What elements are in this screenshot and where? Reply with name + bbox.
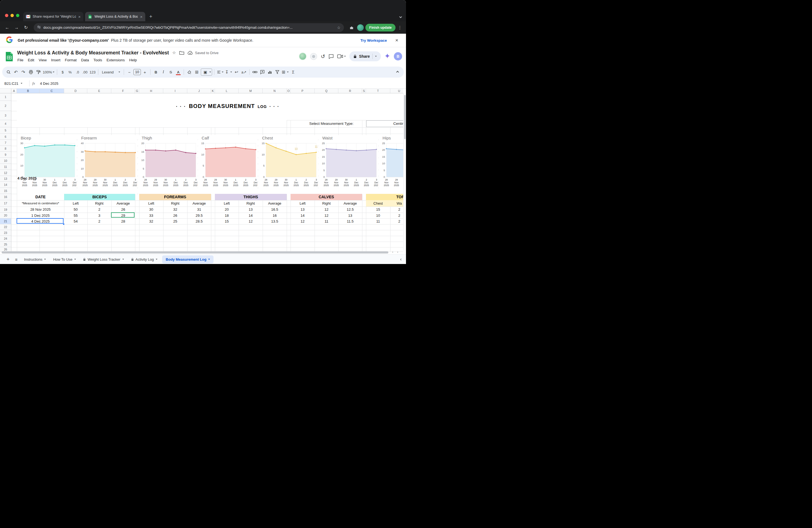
chart-thigh[interactable]: 0510152028Nov202529Nov202530Nov20251Dec2… xyxy=(138,135,198,194)
menu-insert[interactable]: Insert xyxy=(49,58,63,62)
value-cell[interactable]: 32 xyxy=(163,207,187,212)
banner-close-icon[interactable]: × xyxy=(395,37,398,43)
column-header-T[interactable]: T xyxy=(366,89,390,93)
date-header[interactable]: DATE xyxy=(17,194,64,200)
vertical-scrollbar[interactable] xyxy=(403,93,406,250)
fill-color-icon[interactable] xyxy=(186,69,193,76)
create-filter-icon[interactable] xyxy=(274,69,281,76)
value-cell[interactable]: 28 xyxy=(111,218,135,224)
column-header-C[interactable]: C xyxy=(40,89,64,93)
group-header-torso[interactable]: TOR xyxy=(366,194,403,200)
value-cell[interactable]: 11.5 xyxy=(338,218,362,224)
browser-menu-icon[interactable]: ⋮ xyxy=(397,25,403,30)
strikethrough-icon[interactable]: S xyxy=(168,69,174,76)
sheet-tab-how-to-use[interactable]: How To Use xyxy=(49,254,79,264)
row-header-7[interactable]: 7 xyxy=(0,140,11,146)
sheet-tab-instructions[interactable]: Instructions xyxy=(20,254,49,264)
menu-help[interactable]: Help xyxy=(127,58,139,62)
menu-view[interactable]: View xyxy=(37,58,49,62)
column-header-G[interactable]: G xyxy=(135,89,139,93)
value-cell[interactable]: 12 xyxy=(291,218,315,224)
value-cell[interactable]: 13 xyxy=(338,212,362,218)
subheader-left[interactable]: Left xyxy=(64,200,87,207)
merge-cells-button[interactable]: ▣ xyxy=(201,69,212,76)
value-cell[interactable]: 32 xyxy=(139,218,163,224)
column-header-I[interactable]: I xyxy=(163,89,187,93)
value-cell[interactable]: 54 xyxy=(64,218,87,224)
functions-icon[interactable]: Σ xyxy=(290,69,296,76)
row-header-11[interactable]: 11 xyxy=(0,164,11,170)
value-cell[interactable]: 33 xyxy=(139,212,163,218)
column-header-A[interactable]: A xyxy=(11,89,17,93)
insert-comment-icon[interactable] xyxy=(259,69,266,76)
collaborator-avatar-1[interactable] xyxy=(299,53,307,60)
row-header-5[interactable]: 5 xyxy=(0,127,11,134)
gemini-icon[interactable] xyxy=(385,53,390,60)
column-header-J[interactable]: J xyxy=(187,89,211,93)
add-sheet-icon[interactable]: + xyxy=(4,255,12,263)
waist-cell[interactable]: 2 xyxy=(390,207,403,212)
column-header-F[interactable]: F xyxy=(111,89,135,93)
subheader-waist[interactable]: Wa xyxy=(390,200,403,207)
number-format-icon[interactable]: 123 xyxy=(89,69,96,76)
font-size-input[interactable]: 10 xyxy=(133,69,141,75)
tab-close-icon[interactable]: × xyxy=(78,15,81,19)
value-cell[interactable]: 26 xyxy=(111,207,135,212)
column-header-N[interactable]: N xyxy=(263,89,287,93)
chest-cell[interactable]: 15 xyxy=(366,207,390,212)
reload-icon[interactable]: ↻ xyxy=(22,24,30,31)
date-cell[interactable]: 1 Dec 2025 xyxy=(17,212,64,218)
browser-tab-share-request[interactable]: Share request for 'Weight Los × xyxy=(23,12,83,21)
table-views-icon[interactable]: ⊞ xyxy=(281,69,289,76)
value-cell[interactable]: 16.5 xyxy=(263,207,287,212)
value-cell[interactable]: 12 xyxy=(238,218,263,224)
bookmark-star-icon[interactable]: ☆ xyxy=(337,25,340,30)
select-all-corner[interactable] xyxy=(0,89,11,93)
column-header-Q[interactable]: Q xyxy=(315,89,338,93)
subheader-right[interactable]: Right xyxy=(163,200,187,207)
column-header-O[interactable]: O xyxy=(287,89,291,93)
column-header-H[interactable]: H xyxy=(139,89,163,93)
chart-hips[interactable]: 051015202528Nov202529Nov202530Nov20251De… xyxy=(379,135,403,194)
value-cell[interactable]: 18 xyxy=(215,212,238,218)
row-header-12[interactable]: 12 xyxy=(0,170,11,176)
search-icon[interactable] xyxy=(5,69,12,76)
value-cell[interactable]: 2 xyxy=(87,218,111,224)
subheader-average[interactable]: Average xyxy=(187,200,211,207)
subheader-average[interactable]: Average xyxy=(263,200,287,207)
vertical-align-icon[interactable]: ↧ xyxy=(224,69,233,76)
row-header-13[interactable]: 13 xyxy=(0,176,11,182)
print-icon[interactable] xyxy=(27,69,34,76)
undo-icon[interactable]: ↶ xyxy=(12,69,19,76)
value-cell[interactable]: 31 xyxy=(187,207,211,212)
value-cell[interactable]: 55 xyxy=(64,212,87,218)
subheader-left[interactable]: Left xyxy=(291,200,315,207)
value-cell[interactable]: 11 xyxy=(315,218,338,224)
browser-tab-spreadsheet[interactable]: Weight Loss & Activity & Bod × xyxy=(85,12,145,21)
horizontal-align-icon[interactable] xyxy=(216,69,224,76)
column-header-K[interactable]: K xyxy=(211,89,215,93)
paint-format-icon[interactable] xyxy=(35,69,42,76)
site-settings-icon[interactable] xyxy=(37,25,41,30)
zoom-select[interactable]: 100% xyxy=(42,69,55,76)
menu-file[interactable]: File xyxy=(15,58,26,62)
scroll-left-icon[interactable]: ‹ xyxy=(392,250,393,253)
subheader-right[interactable]: Right xyxy=(238,200,263,207)
chart-calf[interactable]: 05101528Nov202529Nov202530Nov20251Dec202… xyxy=(198,135,257,194)
scroll-right-icon[interactable]: › xyxy=(397,250,398,253)
value-cell[interactable]: 28.5 xyxy=(187,218,211,224)
collapse-toolbar-icon[interactable] xyxy=(394,69,401,76)
bold-icon[interactable]: B xyxy=(153,69,159,76)
sheet-tab-activity-log[interactable]: Activity Log xyxy=(128,254,161,264)
format-currency-icon[interactable]: $ xyxy=(59,69,66,76)
text-rotation-icon[interactable]: a↗ xyxy=(241,69,247,76)
format-percent-icon[interactable]: % xyxy=(67,69,73,76)
group-header-calves[interactable]: CALVES xyxy=(291,194,362,200)
sheet-area[interactable]: • • •BODY MEASUREMENTLOG• • • Select Mea… xyxy=(0,89,403,254)
chest-cell[interactable]: 10 xyxy=(366,212,390,218)
tab-search-icon[interactable] xyxy=(400,14,402,19)
decrease-font-size-icon[interactable]: − xyxy=(126,69,133,76)
value-cell[interactable]: 50 xyxy=(64,207,87,212)
chart-chest[interactable]: 051015101128Nov202529Nov202530Nov20251De… xyxy=(259,135,318,194)
menu-format[interactable]: Format xyxy=(63,58,79,62)
